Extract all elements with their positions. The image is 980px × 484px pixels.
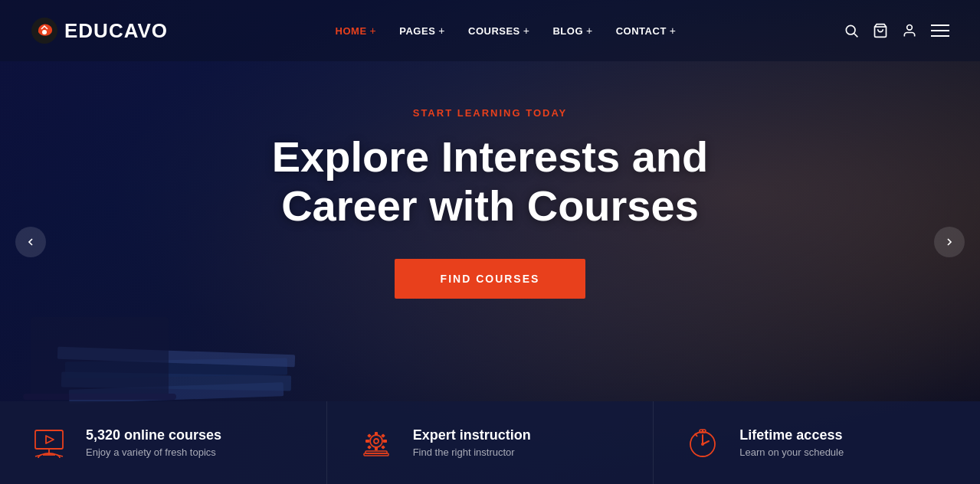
hero-subtitle: START LEARNING TODAY [222,107,759,119]
svg-line-10 [35,455,41,456]
svg-marker-7 [46,436,54,443]
logo-icon [31,17,58,44]
svg-line-3 [854,34,858,38]
svg-point-5 [907,25,913,31]
prev-slide-button[interactable] [15,227,46,257]
card-expert: Expert instruction Find the right instru… [327,401,654,484]
nav-item-home[interactable]: HOME + [336,25,377,37]
nav-item-courses[interactable]: COURSES + [468,25,529,37]
svg-rect-20 [367,445,372,450]
svg-line-11 [57,455,63,456]
user-icon [902,23,917,38]
nav-item-blog[interactable]: BLOG + [552,25,592,37]
svg-point-13 [374,439,379,443]
hero-title: Explore Interests and Career with Course… [222,132,759,231]
search-button[interactable] [844,23,859,38]
header-icons [844,23,949,38]
svg-rect-6 [35,430,63,449]
logo-text: EDUCAVO [64,19,168,43]
hero-section: EDUCAVO HOME + PAGES + COURSES + BLOG + … [0,0,980,484]
card-expert-desc: Find the right instructor [413,446,531,458]
card-courses-title: 5,320 online courses [86,427,221,443]
nav-item-contact[interactable]: CONTACT + [616,25,677,37]
header: EDUCAVO HOME + PAGES + COURSES + BLOG + … [0,0,980,61]
svg-rect-16 [365,440,369,443]
main-nav: HOME + PAGES + COURSES + BLOG + CONTACT … [336,25,677,37]
card-lifetime-title: Lifetime access [739,427,844,443]
card-courses-desc: Enjoy a variety of fresh topics [86,446,221,458]
card-lifetime-desc: Learn on your schedule [739,446,844,458]
svg-rect-15 [375,446,378,450]
cart-icon [873,23,888,38]
svg-point-1 [42,30,47,34]
card-expert-title: Expert instruction [413,427,531,443]
svg-rect-17 [383,440,387,443]
svg-rect-23 [365,451,387,453]
user-button[interactable] [902,23,917,38]
nav-item-pages[interactable]: PAGES + [399,25,445,37]
cart-button[interactable] [873,23,888,38]
bottom-cards: 5,320 online courses Enjoy a variety of … [0,401,980,484]
svg-rect-21 [381,445,385,450]
lifetime-icon [681,421,724,464]
expert-icon [355,421,398,464]
chevron-left-icon [25,236,37,248]
svg-point-2 [846,25,855,34]
svg-point-30 [701,443,704,446]
chevron-right-icon [943,236,955,248]
svg-rect-14 [375,432,378,436]
card-lifetime: Lifetime access Learn on your schedule [654,401,980,484]
hamburger-menu[interactable] [931,25,949,37]
search-icon [844,23,859,38]
next-slide-button[interactable] [934,227,965,257]
hero-content: START LEARNING TODAY Explore Interests a… [222,107,759,299]
logo[interactable]: EDUCAVO [31,17,168,44]
svg-point-12 [370,435,382,447]
find-courses-button[interactable]: FIND COURSES [395,259,586,299]
card-courses: 5,320 online courses Enjoy a variety of … [0,401,327,484]
courses-icon [28,421,70,464]
